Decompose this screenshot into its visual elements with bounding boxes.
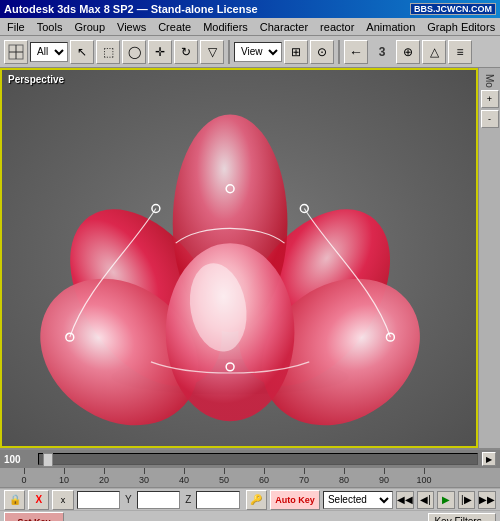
x-lock-btn[interactable]: x (52, 490, 73, 510)
svg-point-6 (173, 115, 288, 333)
track-number: 100 (4, 454, 34, 465)
ruler-tick: 30 (124, 468, 164, 485)
menu-item-create[interactable]: Create (153, 20, 196, 34)
svg-point-4 (39, 181, 253, 413)
ruler-tick: 50 (204, 468, 244, 485)
x-coord-input[interactable] (77, 491, 120, 509)
svg-point-13 (386, 333, 394, 341)
separator-2 (338, 40, 340, 64)
y-coord-input[interactable] (137, 491, 180, 509)
ruler-tick: 70 (284, 468, 324, 485)
right-panel-label: Mo (484, 74, 495, 88)
ruler-tick: 60 (244, 468, 284, 485)
ruler-tick: 10 (44, 468, 84, 485)
scale-btn[interactable]: ▽ (200, 40, 224, 64)
ruler-tick: 0 (4, 468, 44, 485)
rp-btn-1[interactable]: + (481, 90, 499, 108)
lasso-btn[interactable]: ◯ (122, 40, 146, 64)
set-key-row: Set Key Key Filters... (0, 510, 500, 521)
pivot-btn[interactable]: ⊙ (310, 40, 334, 64)
svg-point-14 (300, 205, 308, 213)
z-coord-input[interactable] (196, 491, 239, 509)
filter-select[interactable]: All (30, 42, 68, 62)
menu-item-views[interactable]: Views (112, 20, 151, 34)
named-sel-btn[interactable]: ≡ (448, 40, 472, 64)
menu-bar: FileToolsGroupViewsCreateModifiersCharac… (0, 18, 500, 36)
set-key-btn[interactable]: Set Key (4, 512, 64, 522)
menu-item-character[interactable]: Character (255, 20, 313, 34)
ruler-tick: 80 (324, 468, 364, 485)
menu-item-animation[interactable]: Animation (361, 20, 420, 34)
coordinate-row: 🔒 X x Y Z 🔑 Auto Key Selected ◀◀ ◀| ▶ |▶… (0, 488, 500, 510)
rp-btn-2[interactable]: - (481, 110, 499, 128)
track-end-btn[interactable]: ▶ (482, 452, 496, 466)
svg-point-11 (66, 333, 74, 341)
ruler: 0102030405060708090100 (0, 468, 500, 488)
play-btn[interactable]: ▶ (437, 491, 454, 509)
selected-select[interactable]: Selected (323, 491, 393, 509)
svg-point-15 (226, 185, 234, 193)
track-slider[interactable] (38, 453, 478, 465)
timeline-area: 100 ▶ 0102030405060708090100 🔒 X x Y Z 🔑… (0, 448, 500, 521)
ruler-tick: 40 (164, 468, 204, 485)
next-frame-btn[interactable]: ▶▶ (478, 491, 496, 509)
track-slider-thumb[interactable] (43, 453, 53, 467)
title-bar: Autodesk 3ds Max 8 SP2 — Stand-alone Lic… (0, 0, 500, 18)
viewport[interactable]: Perspective (0, 68, 478, 448)
menu-item-group[interactable]: Group (69, 20, 110, 34)
select-tool-btn[interactable]: ↖ (70, 40, 94, 64)
z-label: Z (183, 494, 193, 505)
track-bar: 100 ▶ (0, 450, 500, 468)
separator-1 (228, 40, 230, 64)
bbs-badge: BBS.JCWCN.COM (410, 3, 496, 15)
svg-point-9 (166, 243, 295, 421)
menu-item-graph editors[interactable]: Graph Editors (422, 20, 500, 34)
menu-item-tools[interactable]: Tools (32, 20, 68, 34)
ruler-tick: 90 (364, 468, 404, 485)
menu-item-modifiers[interactable]: Modifiers (198, 20, 253, 34)
num-3-badge: 3 (370, 40, 394, 64)
svg-point-7 (12, 249, 227, 446)
menu-item-reactor[interactable]: reactor (315, 20, 359, 34)
key-filters-btn[interactable]: Key Filters... (428, 513, 496, 522)
svg-point-3 (111, 359, 348, 395)
view-select[interactable]: View (234, 42, 282, 62)
toolbar-icon-1[interactable] (4, 40, 28, 64)
select-region-btn[interactable]: ⬚ (96, 40, 120, 64)
viewport-label: Perspective (8, 74, 64, 85)
x-axis-btn[interactable]: X (28, 490, 49, 510)
toolbar: All ↖ ⬚ ◯ ✛ ↻ ▽ View ⊞ ⊙ ← 3 ⊕ △ ≡ (0, 36, 500, 68)
ruler-tick: 20 (84, 468, 124, 485)
undo-btn[interactable]: ← (344, 40, 368, 64)
ruler-tick: 100 (404, 468, 444, 485)
snap-btn[interactable]: ⊕ (396, 40, 420, 64)
move-btn[interactable]: ✛ (148, 40, 172, 64)
y-label: Y (123, 494, 134, 505)
prev-frame-btn[interactable]: ◀◀ (396, 491, 414, 509)
lock-btn[interactable]: 🔒 (4, 490, 25, 510)
step-back-btn[interactable]: ◀| (417, 491, 434, 509)
svg-point-12 (152, 205, 160, 213)
svg-point-5 (207, 181, 421, 413)
step-fwd-btn[interactable]: |▶ (458, 491, 475, 509)
ref-coord-btn[interactable]: ⊞ (284, 40, 308, 64)
menu-item-file[interactable]: File (2, 20, 30, 34)
main-area: Perspective (0, 68, 500, 448)
auto-key-btn[interactable]: Auto Key (270, 490, 320, 510)
title-text: Autodesk 3ds Max 8 SP2 — Stand-alone Lic… (4, 3, 410, 15)
angle-snap-btn[interactable]: △ (422, 40, 446, 64)
key-icon-btn[interactable]: 🔑 (246, 490, 267, 510)
svg-point-8 (233, 249, 448, 446)
right-panel: Mo + - (478, 68, 500, 448)
svg-point-10 (183, 259, 253, 356)
rotate-btn[interactable]: ↻ (174, 40, 198, 64)
svg-point-16 (226, 363, 234, 371)
viewport-svg (2, 70, 476, 446)
